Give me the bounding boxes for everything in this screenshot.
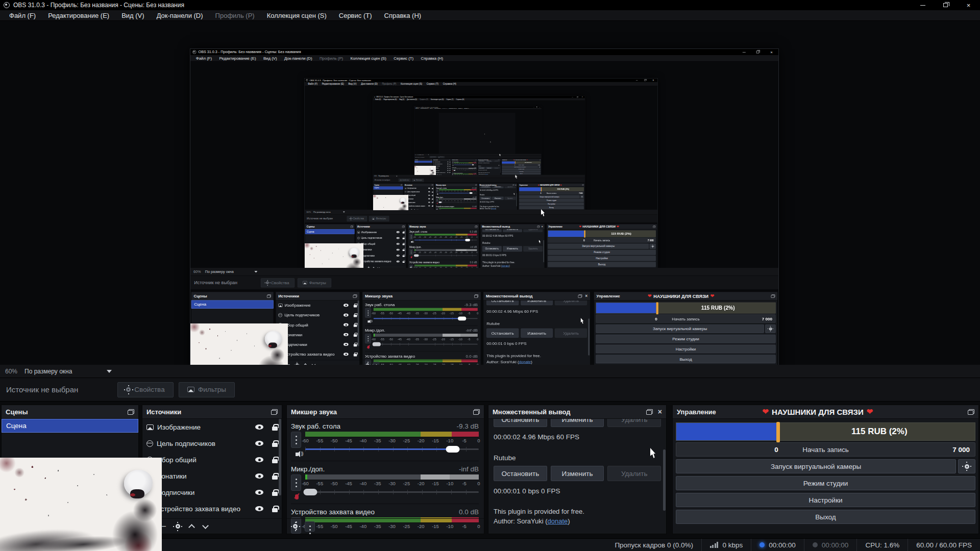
source-row[interactable]: Устройство захвата видео	[142, 500, 282, 517]
lock-icon[interactable]	[272, 427, 278, 431]
source-row[interactable]: Донатики	[142, 468, 282, 484]
advanced-audio-gear-icon[interactable]	[293, 524, 298, 529]
popout-icon[interactable]	[128, 409, 134, 415]
mixer-bottom-toolbar	[362, 360, 481, 365]
visibility-eye-icon[interactable]	[255, 457, 263, 462]
source-row[interactable]: Сбор общий	[142, 452, 282, 468]
donate-link[interactable]: donate	[548, 517, 568, 525]
stop-button: Остановить	[478, 161, 485, 162]
exit-button[interactable]: Выход	[676, 510, 975, 524]
source-row[interactable]: Цель подписчиков	[142, 435, 282, 452]
meter-scale: -60-55-50-45-40-35-30-25-20-15-10-50	[305, 480, 479, 487]
source-row[interactable]: Изображение	[142, 419, 282, 435]
gear-icon	[581, 196, 582, 197]
goal-progress-marker	[656, 302, 658, 314]
source-properties-gear-icon[interactable]	[176, 524, 180, 529]
studio-mode-button[interactable]: Режим студии	[676, 476, 975, 490]
menu-help[interactable]: Справка (H)	[378, 12, 428, 19]
mute-button	[452, 165, 454, 166]
lock-icon[interactable]	[272, 443, 278, 447]
volume-slider[interactable]	[305, 487, 479, 496]
db-tick-label: 0	[477, 252, 478, 254]
scrollbar[interactable]	[279, 419, 281, 495]
visibility-eye-icon	[397, 261, 400, 263]
lock-icon[interactable]	[272, 508, 278, 512]
minimize-button[interactable]	[911, 0, 934, 10]
multi-output-header[interactable]: Множественный вывод ×	[488, 405, 666, 419]
properties-label: Свойства	[134, 386, 164, 393]
settings-button[interactable]: Настройки	[676, 493, 975, 507]
title-bar[interactable]: OBS 31.0.3 - Профиль: Без названия - Сце…	[0, 0, 980, 10]
sources-dock-header[interactable]: Источники	[142, 405, 282, 419]
fit-mode-dropdown[interactable]: По размеру окна	[24, 368, 127, 375]
filters-button[interactable]: Фильтры	[179, 382, 235, 397]
globe-icon	[278, 313, 282, 317]
lock-icon[interactable]	[272, 492, 278, 496]
lock-icon[interactable]	[272, 459, 278, 463]
properties-button[interactable]: Свойства	[117, 382, 174, 397]
visibility-eye-icon[interactable]	[255, 441, 263, 446]
scrollbar[interactable]	[663, 449, 666, 511]
virtual-camera-config-button[interactable]	[958, 459, 975, 473]
visibility-eye-icon[interactable]	[255, 490, 263, 495]
mixer-menu-button[interactable]	[305, 521, 315, 532]
scene-list-item[interactable]: Сцена	[2, 419, 138, 433]
multi-output-dock: Множественный вывод × Остановить Изменит…	[479, 183, 518, 210]
close-icon[interactable]: ×	[658, 408, 662, 415]
menu-scene-collection[interactable]: Коллекция сцен (S)	[261, 12, 333, 19]
menu-file[interactable]: Файл (F)	[3, 12, 42, 19]
volume-slider[interactable]	[305, 444, 479, 454]
slider-handle[interactable]	[446, 446, 460, 453]
channel-menu-button[interactable]	[291, 474, 301, 491]
source-row: Цель подписчиков	[404, 190, 434, 193]
start-recording-button[interactable]: 0 Начать запись 7 000	[676, 442, 975, 457]
edit-button[interactable]: Изменить	[551, 466, 604, 481]
mute-button[interactable]	[291, 493, 302, 501]
popout-icon[interactable]	[271, 409, 278, 415]
visibility-eye-icon[interactable]	[255, 506, 263, 511]
banner-text: НАУШНИКИ ДЛЯ СВЯЗИ	[514, 159, 526, 160]
mute-button	[409, 256, 413, 259]
menu-tools[interactable]: Сервис (T)	[333, 12, 378, 19]
sources-title: Источники	[357, 225, 370, 228]
controls-dock-header[interactable]: Управление ❤ НАУШНИКИ ДЛЯ СВЯЗИ ❤	[673, 405, 978, 419]
mute-button[interactable]	[291, 450, 302, 458]
db-tick-label: -45	[345, 438, 352, 443]
visibility-eye-icon[interactable]	[255, 473, 263, 479]
channel-level: 0.0 dB	[465, 354, 477, 359]
menu-view[interactable]: Вид (V)	[115, 12, 150, 19]
image-source-artwork	[190, 323, 287, 365]
close-button[interactable]: ×	[957, 0, 980, 10]
volume-slider	[374, 316, 478, 321]
mixer-dock-header[interactable]: Микшер звука	[287, 405, 484, 419]
move-down-button[interactable]	[202, 522, 209, 529]
menu-edit[interactable]: Редактирование (E)	[42, 12, 115, 19]
visibility-eye-icon[interactable]	[255, 424, 263, 430]
popout-icon[interactable]	[968, 409, 974, 415]
vcam-row: Запуск виртуальной камеры	[548, 244, 655, 249]
restore-button[interactable]	[934, 0, 957, 10]
preview-capture-slot: OBS 31.0.3 - Профиль: Без названия - Сце…	[0, 21, 980, 365]
start-virtual-camera-button[interactable]: Запуск виртуальной камеры	[676, 459, 956, 473]
mixer-body: Звук раб. стола -9.3 dB -60-55-50-45-40-…	[362, 300, 481, 365]
goal-max-value: 7 000	[579, 192, 582, 195]
stop-button[interactable]: Остановить	[494, 419, 547, 427]
multi-output-header: Множественный вывод ×	[483, 292, 590, 300]
move-up-button[interactable]	[188, 524, 195, 531]
edit-button[interactable]: Изменить	[551, 419, 604, 427]
scene-list-item: Сцена	[191, 300, 274, 309]
slider-handle[interactable]	[304, 489, 317, 495]
stop-button[interactable]: Остановить	[494, 466, 547, 481]
popout-icon[interactable]	[646, 409, 653, 415]
scenes-dock-header[interactable]: Сцены	[2, 405, 138, 419]
chevron-down-icon	[396, 176, 397, 177]
popout-icon[interactable]	[473, 409, 480, 415]
source-row[interactable]: Подписчики	[142, 484, 282, 500]
preview-area[interactable]: OBS 31.0.3 - Профиль: Без названия - Сце…	[0, 21, 980, 365]
remove-source-button[interactable]: −	[161, 522, 166, 531]
channel-menu-button[interactable]	[291, 432, 301, 448]
menu-profile[interactable]: Профиль (P)	[209, 12, 261, 19]
menu-docks[interactable]: Док-панели (D)	[151, 12, 209, 19]
lock-icon[interactable]	[272, 475, 278, 480]
mixer-dock-header: Микшер звука	[408, 224, 479, 229]
